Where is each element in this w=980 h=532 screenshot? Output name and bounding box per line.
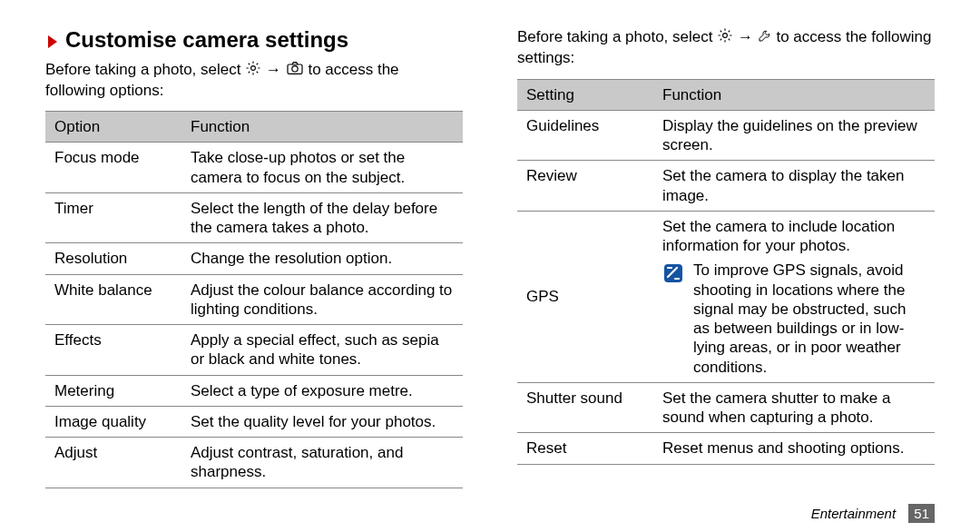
table-row: MeteringSelect a type of exposure metre. [45, 375, 463, 406]
th-option: Option [45, 112, 181, 143]
table-row: TimerSelect the length of the delay befo… [45, 192, 463, 243]
gps-note-text: To improve GPS signals, avoid shooting i… [693, 261, 926, 377]
table-row: Shutter soundSet the camera shutter to m… [517, 382, 935, 433]
footer-section: Entertainment [811, 506, 896, 521]
chevron-right-icon [45, 29, 60, 54]
wrench-icon [758, 30, 777, 47]
th-setting: Setting [517, 79, 653, 110]
left-column: Customise camera settings Before taking … [45, 27, 463, 488]
intro-options: Before taking a photo, select → to acces… [45, 60, 463, 101]
table-row: GuidelinesDisplay the guidelines on the … [517, 110, 935, 161]
options-table: Option Function Focus modeTake close-up … [45, 111, 463, 488]
table-row: Image qualitySet the quality level for y… [45, 406, 463, 437]
table-row: AdjustAdjust contrast, saturation, and s… [45, 438, 463, 488]
note-icon [662, 262, 684, 289]
table-row: Focus modeTake close-up photos or set th… [45, 143, 463, 193]
svg-marker-0 [48, 35, 57, 48]
th-function: Function [181, 112, 463, 143]
svg-point-1 [251, 65, 256, 70]
table-row: White balanceAdjust the colour balance a… [45, 274, 463, 325]
table-row: ReviewSet the camera to display the take… [517, 161, 935, 212]
table-row: ResetReset menus and shooting options. [517, 433, 935, 464]
svg-point-4 [723, 34, 728, 38]
th-function: Function [653, 79, 935, 110]
table-row: GPS Set the camera to include location i… [517, 211, 935, 382]
page-footer: Entertainment 51 [811, 506, 935, 521]
settings-table: Setting Function GuidelinesDisplay the g… [517, 79, 935, 465]
svg-point-3 [291, 65, 297, 71]
gps-main-text: Set the camera to include location infor… [662, 217, 926, 256]
section-heading: Customise camera settings [45, 27, 463, 54]
gear-icon [245, 63, 266, 80]
right-column: Before taking a photo, select → to acces… [517, 27, 935, 488]
table-row: ResolutionChange the resolution option. [45, 243, 463, 274]
table-row: EffectsApply a special effect, such as s… [45, 325, 463, 376]
svg-rect-5 [664, 264, 682, 282]
page-number: 51 [908, 504, 935, 523]
camera-icon [286, 62, 309, 79]
gear-icon [717, 30, 738, 47]
intro-settings: Before taking a photo, select → to acces… [517, 27, 935, 68]
